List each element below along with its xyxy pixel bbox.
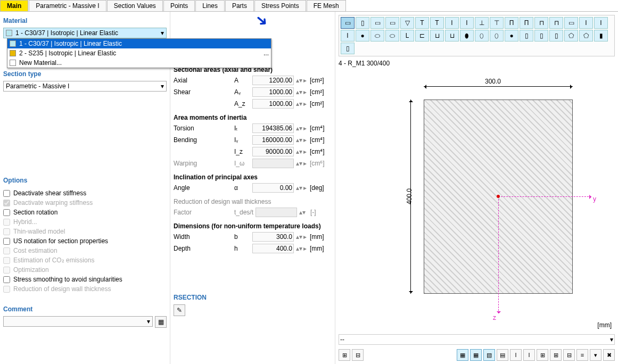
shape-icon[interactable]: ▭ — [341, 17, 355, 29]
shape-icon[interactable]: ▭ — [385, 17, 399, 29]
view-tool-icon[interactable]: ✖ — [603, 349, 615, 361]
shape-icon[interactable]: ● — [356, 30, 369, 42]
shape-icon[interactable]: ⊤ — [490, 17, 504, 29]
view-tool-icon[interactable]: ⊞ — [537, 349, 548, 361]
tab-parametric[interactable]: Parametric - Massive I — [29, 0, 106, 11]
shape-icon[interactable]: ⊔ — [430, 30, 444, 42]
shape-icon[interactable]: T — [430, 17, 444, 29]
shape-icon[interactable]: ⬯ — [490, 30, 504, 42]
comment-input[interactable]: ▾ — [3, 316, 153, 327]
shape-icon[interactable]: ▮ — [594, 30, 608, 42]
option-checkbox: Thin-walled model — [3, 228, 167, 235]
tab-section-values[interactable]: Section Values — [107, 0, 163, 11]
inertia-heading: Area moments of inertia — [174, 114, 332, 121]
inclination-heading: Inclination of principal axes — [174, 173, 332, 181]
shape-icon[interactable]: ▯ — [520, 30, 533, 42]
view-tool-icon[interactable]: ⊞ — [550, 349, 562, 361]
depth-input[interactable] — [252, 244, 294, 253]
shape-icon[interactable]: ⬭ — [370, 30, 384, 42]
option-checkbox: Estimation of CO₂ emissions — [3, 257, 167, 264]
option-checkbox: Reduction of design wall thickness — [3, 285, 167, 293]
view-tool-icon[interactable]: ⊟ — [352, 349, 364, 361]
shape-icon[interactable]: ⊔ — [445, 30, 459, 42]
axial-input[interactable] — [252, 76, 294, 85]
shape-icon[interactable]: I — [594, 17, 608, 29]
axis-z-icon — [498, 196, 499, 313]
material-option[interactable]: New Material... — [7, 58, 271, 68]
view-tool-icon[interactable]: I — [510, 349, 522, 361]
shape-icon[interactable]: Π — [505, 17, 518, 29]
material-swatch-icon — [6, 30, 12, 36]
shape-icon[interactable]: ▽ — [400, 17, 414, 29]
rsection-icon[interactable]: ✎ — [174, 304, 185, 316]
viewer-dropdown[interactable]: --▾ — [339, 334, 615, 345]
comment-more-icon[interactable]: ▦ — [155, 316, 167, 328]
shape-icon[interactable]: ▯ — [356, 17, 369, 29]
material-options-list: 1 - C30/37 | Isotropic | Linear Elastic2… — [7, 38, 271, 68]
torsion-input[interactable] — [252, 123, 294, 133]
shape-icon[interactable]: ⬠ — [564, 30, 578, 42]
shape-icon[interactable]: ⬯ — [475, 30, 489, 42]
material-current: 1 - C30/37 | Isotropic | Linear Elastic — [15, 29, 161, 37]
shape-icon[interactable]: ⊥ — [475, 17, 489, 29]
viewer-toolbar: ⊞⊟▦▦▧▤II⊞⊞⊟≡▾✖ — [339, 349, 615, 361]
shape-icon[interactable]: ● — [505, 30, 518, 42]
shape-icon[interactable]: ⬭ — [385, 30, 399, 42]
view-tool-icon[interactable]: ≡ — [576, 349, 588, 361]
view-tool-icon[interactable]: ⊟ — [563, 349, 575, 361]
shape-icon[interactable]: I — [445, 17, 459, 29]
shape-icon[interactable]: I — [460, 17, 474, 29]
shape-icon[interactable]: ▯ — [549, 30, 563, 42]
option-checkbox: Cost estimation — [3, 247, 167, 254]
shape-icon[interactable]: ▭ — [370, 17, 384, 29]
view-tool-icon[interactable]: ▦ — [457, 349, 468, 361]
material-heading: Material — [3, 17, 167, 24]
right-panel: ▭▯▭▭▽TTII⊥⊤ΠΠ⊓⊓▭III●⬭⬭L⊏⊔⊔⬮⬯⬯●▯▯▯⬠⬠▮▯ 4 … — [335, 12, 618, 364]
tab-points[interactable]: Points — [163, 0, 195, 11]
viewer-title: 4 - R_M1 300/400 — [339, 60, 615, 67]
material-option[interactable]: 2 - S235 | Isotropic | Linear Elastic... — [7, 48, 271, 58]
tab-main[interactable]: Main — [0, 0, 28, 11]
shape-icon[interactable]: ⬮ — [460, 30, 474, 42]
view-tool-icon[interactable]: I — [523, 349, 535, 361]
shear-y-input[interactable] — [252, 87, 294, 97]
section-type-select[interactable]: Parametric - Massive I ▾ — [3, 81, 167, 92]
shear-z-input[interactable] — [252, 99, 294, 109]
view-tool-icon[interactable]: ▤ — [497, 349, 508, 361]
reduction-heading: Reduction of design wall thickness — [174, 198, 332, 205]
section-viewer: 300.0 400.0 y z [mm] — [339, 70, 615, 332]
tab-lines[interactable]: Lines — [195, 0, 225, 11]
shape-icon[interactable]: ⊓ — [549, 17, 563, 29]
chevron-down-icon: ▾ — [161, 29, 164, 37]
axis-y-icon — [498, 196, 591, 197]
shape-icon[interactable]: ⊏ — [415, 30, 429, 42]
view-tool-icon[interactable]: ⊞ — [339, 349, 350, 361]
width-input[interactable] — [252, 232, 294, 242]
option-checkbox[interactable]: US notation for section properties — [3, 237, 167, 245]
shape-icon[interactable]: ▭ — [564, 17, 578, 29]
shape-icon[interactable]: ⬠ — [579, 30, 593, 42]
view-tool-icon[interactable]: ▾ — [590, 349, 601, 361]
shape-icon[interactable]: ▯ — [341, 43, 355, 54]
shape-icon[interactable]: L — [400, 30, 414, 42]
shape-icon[interactable]: ⊓ — [534, 17, 548, 29]
chevron-down-icon: ▾ — [161, 82, 164, 90]
shape-icon[interactable]: I — [579, 17, 593, 29]
option-checkbox[interactable]: Section rotation — [3, 209, 167, 216]
shape-icon[interactable]: Π — [520, 17, 533, 29]
shape-icon[interactable]: ▯ — [534, 30, 548, 42]
view-tool-icon[interactable]: ▧ — [483, 349, 495, 361]
bending-y-input[interactable] — [252, 135, 294, 145]
view-tool-icon[interactable]: ▦ — [470, 349, 482, 361]
comment-heading: Comment — [3, 305, 167, 313]
shape-icon[interactable]: T — [415, 17, 429, 29]
option-checkbox[interactable]: Stress smoothing to avoid singularities — [3, 276, 167, 283]
material-dropdown[interactable]: 1 - C30/37 | Isotropic | Linear Elastic … — [3, 28, 167, 38]
option-checkbox[interactable]: Deactivate shear stiffness — [3, 189, 167, 197]
tab-fe-mesh[interactable]: FE Mesh — [307, 0, 346, 11]
shape-icon[interactable]: I — [341, 30, 355, 42]
bending-z-input[interactable] — [252, 147, 294, 156]
tab-parts[interactable]: Parts — [225, 0, 254, 11]
material-option[interactable]: 1 - C30/37 | Isotropic | Linear Elastic — [7, 39, 271, 48]
angle-input[interactable] — [252, 183, 294, 193]
